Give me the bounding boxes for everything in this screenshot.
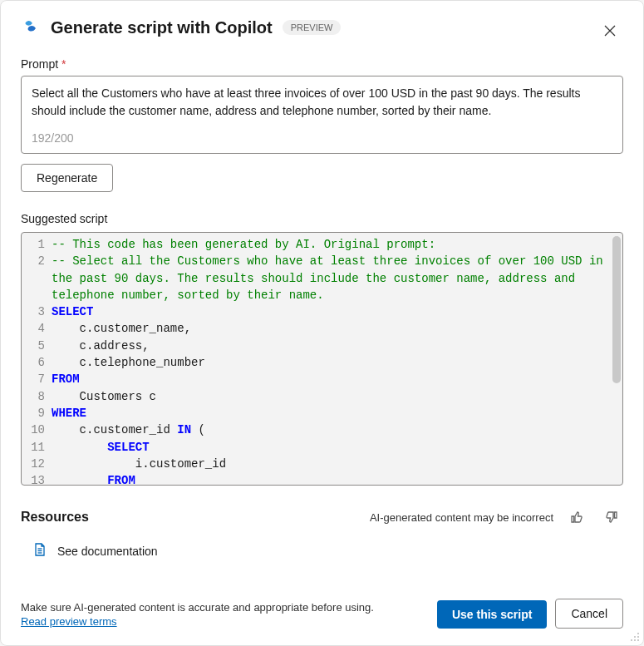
- code-line: 10 c.customer_id IN (: [22, 422, 622, 438]
- use-script-button[interactable]: Use this script: [437, 600, 547, 629]
- line-number: 1: [22, 236, 52, 253]
- line-number: 8: [22, 388, 52, 405]
- prompt-label: Prompt *: [21, 57, 623, 71]
- svg-point-7: [637, 636, 639, 638]
- thumbs-down-icon: [605, 510, 618, 524]
- line-content: FROM: [52, 472, 622, 486]
- line-content: -- This code has been generated by AI. O…: [52, 236, 622, 253]
- prompt-input[interactable]: Select all the Customers who have at lea…: [21, 76, 623, 154]
- regenerate-button[interactable]: Regenerate: [21, 164, 113, 192]
- code-line: 2-- Select all the Customers who have at…: [22, 253, 622, 303]
- dialog-header: Generate script with Copilot PREVIEW: [21, 17, 623, 37]
- svg-point-8: [631, 639, 632, 641]
- cancel-button[interactable]: Cancel: [555, 599, 623, 629]
- code-line: 8 Customers c: [22, 388, 622, 405]
- resources-title: Resources: [21, 510, 89, 525]
- dialog-footer: Make sure AI-generated content is accura…: [21, 584, 623, 629]
- code-line: 9WHERE: [22, 405, 622, 422]
- code-line: 7FROM: [22, 371, 622, 387]
- close-icon: [604, 25, 616, 37]
- line-content: c.customer_name,: [52, 320, 622, 337]
- required-marker: *: [61, 57, 66, 71]
- line-number: 12: [22, 456, 52, 472]
- line-number: 2: [22, 253, 52, 303]
- code-line: 1-- This code has been generated by AI. …: [22, 236, 622, 253]
- line-content: c.address,: [52, 338, 622, 354]
- code-line: 11 SELECT: [22, 439, 622, 456]
- doc-row: See documentation: [32, 542, 623, 560]
- script-label: Suggested script: [21, 212, 623, 225]
- line-content: -- Select all the Customers who have at …: [52, 253, 622, 303]
- code-editor[interactable]: 1-- This code has been generated by AI. …: [21, 232, 623, 486]
- code-line: 13 FROM: [22, 472, 622, 486]
- svg-point-6: [634, 636, 636, 638]
- line-content: WHERE: [52, 405, 622, 422]
- code-line: 5 c.address,: [22, 338, 622, 354]
- documentation-link[interactable]: See documentation: [57, 545, 158, 558]
- preview-badge: PREVIEW: [283, 20, 342, 35]
- line-content: c.customer_id IN (: [52, 422, 622, 438]
- line-number: 11: [22, 439, 52, 456]
- code-line: 12 i.customer_id: [22, 456, 622, 472]
- preview-terms-link[interactable]: Read preview terms: [21, 615, 117, 628]
- line-number: 5: [22, 338, 52, 354]
- footer-text-block: Make sure AI-generated content is accura…: [21, 601, 429, 629]
- prompt-text: Select all the Customers who have at lea…: [32, 85, 612, 120]
- dialog-title: Generate script with Copilot: [51, 18, 273, 37]
- resize-handle[interactable]: [628, 630, 640, 642]
- line-content: c.telephone_number: [52, 354, 622, 371]
- char-count: 192/200: [32, 131, 612, 145]
- line-number: 4: [22, 320, 52, 337]
- copilot-dialog: Generate script with Copilot PREVIEW Pro…: [0, 0, 644, 646]
- thumbs-up-icon: [570, 510, 583, 524]
- close-button[interactable]: [597, 17, 623, 44]
- line-number: 7: [22, 371, 52, 387]
- code-line: 3SELECT: [22, 303, 622, 320]
- line-number: 13: [22, 472, 52, 486]
- line-content: i.customer_id: [52, 456, 622, 472]
- line-content: SELECT: [52, 303, 622, 320]
- ai-warning: AI-generated content may be incorrect: [370, 511, 553, 524]
- copilot-icon: [21, 17, 41, 37]
- line-number: 3: [22, 303, 52, 320]
- line-content: SELECT: [52, 439, 622, 456]
- line-content: FROM: [52, 371, 622, 387]
- prompt-label-text: Prompt: [21, 57, 58, 71]
- svg-point-5: [637, 633, 639, 634]
- line-number: 9: [22, 405, 52, 422]
- thumbs-up-button[interactable]: [565, 505, 588, 529]
- footer-description: Make sure AI-generated content is accura…: [21, 601, 429, 614]
- scrollbar[interactable]: [612, 236, 621, 481]
- svg-point-9: [634, 639, 636, 641]
- line-number: 6: [22, 354, 52, 371]
- document-icon: [32, 542, 47, 560]
- scrollbar-thumb[interactable]: [612, 236, 621, 383]
- resources-row: Resources AI-generated content may be in…: [21, 505, 623, 529]
- line-number: 10: [22, 422, 52, 438]
- svg-point-10: [637, 639, 639, 641]
- code-line: 6 c.telephone_number: [22, 354, 622, 371]
- thumbs-down-button[interactable]: [600, 505, 623, 529]
- line-content: Customers c: [52, 388, 622, 405]
- code-line: 4 c.customer_name,: [22, 320, 622, 337]
